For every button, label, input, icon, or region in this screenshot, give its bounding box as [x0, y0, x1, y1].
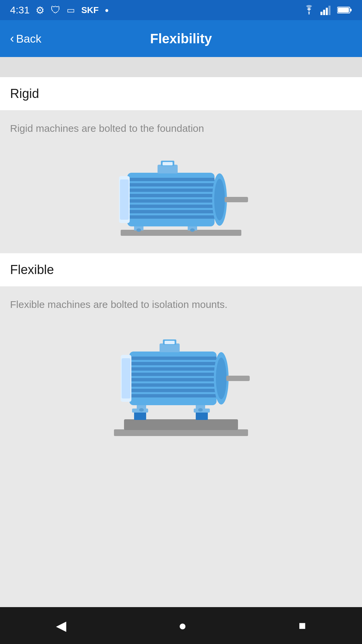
svg-point-11	[136, 228, 141, 232]
svg-rect-3	[326, 8, 328, 15]
rigid-section-header: Rigid	[0, 77, 362, 111]
svg-rect-45	[129, 378, 217, 381]
rigid-motor-svg	[101, 146, 261, 240]
flexible-section-header: Flexible	[0, 253, 362, 287]
svg-rect-44	[129, 373, 217, 376]
page-title: Flexibility	[150, 31, 212, 46]
svg-rect-42	[129, 362, 217, 365]
shield-icon: 🛡	[51, 4, 61, 16]
svg-rect-18	[127, 199, 215, 203]
status-time: 4:31	[10, 4, 29, 16]
svg-rect-16	[127, 189, 215, 192]
svg-point-52	[216, 358, 227, 399]
flexible-label: Flexible	[10, 263, 54, 277]
svg-rect-7	[350, 9, 352, 11]
status-bar: 4:31 ⚙ 🛡 ▭ SKF ●	[0, 0, 362, 20]
svg-rect-31	[124, 419, 238, 430]
svg-rect-50	[122, 358, 130, 398]
nav-recents-button[interactable]: ■	[299, 619, 306, 633]
flexible-motor-illustration	[10, 322, 352, 439]
svg-rect-47	[129, 389, 217, 392]
gear-icon: ⚙	[36, 4, 45, 16]
svg-rect-15	[127, 183, 215, 186]
svg-rect-41	[129, 357, 217, 360]
svg-rect-1	[320, 12, 322, 15]
nav-back-button[interactable]: ◀	[56, 618, 66, 633]
rigid-label: Rigid	[10, 87, 39, 101]
svg-rect-6	[338, 8, 349, 12]
svg-rect-26	[225, 197, 248, 202]
svg-rect-43	[129, 367, 217, 371]
signal-icon	[320, 5, 333, 15]
svg-point-39	[198, 408, 203, 412]
svg-rect-21	[127, 215, 215, 219]
rigid-content-section: Rigid machines are bolted to the foundat…	[0, 111, 362, 253]
svg-rect-20	[127, 210, 215, 213]
back-button[interactable]: ‹ Back	[10, 32, 42, 46]
svg-rect-14	[127, 178, 215, 181]
top-spacer	[0, 57, 362, 77]
nav-bar: ◀ ● ■	[0, 607, 362, 644]
flexible-content-section: Flexible machines are bolted to isolatio…	[0, 287, 362, 607]
svg-rect-4	[328, 6, 330, 15]
status-bar-right	[302, 5, 352, 15]
svg-rect-17	[127, 194, 215, 197]
svg-point-38	[139, 408, 144, 412]
svg-rect-46	[129, 383, 217, 387]
app-header: ‹ Back Flexibility	[0, 20, 362, 57]
svg-rect-30	[114, 429, 248, 436]
dot-icon: ●	[105, 6, 109, 14]
status-bar-left: 4:31 ⚙ 🛡 ▭ SKF ●	[10, 4, 109, 16]
nav-back-icon: ◀	[56, 618, 66, 633]
nav-home-icon: ●	[179, 618, 187, 633]
rigid-motor-illustration	[10, 146, 352, 240]
back-label: Back	[16, 32, 42, 45]
svg-rect-29	[163, 162, 173, 165]
sim-icon: ▭	[67, 5, 75, 15]
svg-point-25	[214, 179, 225, 220]
svg-point-12	[190, 228, 195, 232]
wifi-icon	[302, 5, 316, 15]
nav-home-button[interactable]: ●	[179, 618, 187, 633]
battery-icon	[337, 6, 352, 14]
back-chevron-icon: ‹	[10, 32, 14, 46]
svg-rect-53	[226, 376, 250, 381]
svg-rect-48	[129, 394, 217, 397]
svg-rect-2	[323, 10, 325, 15]
svg-rect-19	[127, 205, 215, 208]
flexible-description: Flexible machines are bolted to isolatio…	[10, 297, 352, 312]
svg-point-0	[308, 13, 310, 14]
svg-rect-23	[120, 179, 129, 220]
rigid-description: Rigid machines are bolted to the foundat…	[10, 121, 352, 136]
nav-recents-icon: ■	[299, 619, 306, 633]
flexible-motor-svg	[97, 322, 265, 439]
skf-label: SKF	[81, 5, 99, 15]
svg-rect-56	[165, 341, 175, 344]
